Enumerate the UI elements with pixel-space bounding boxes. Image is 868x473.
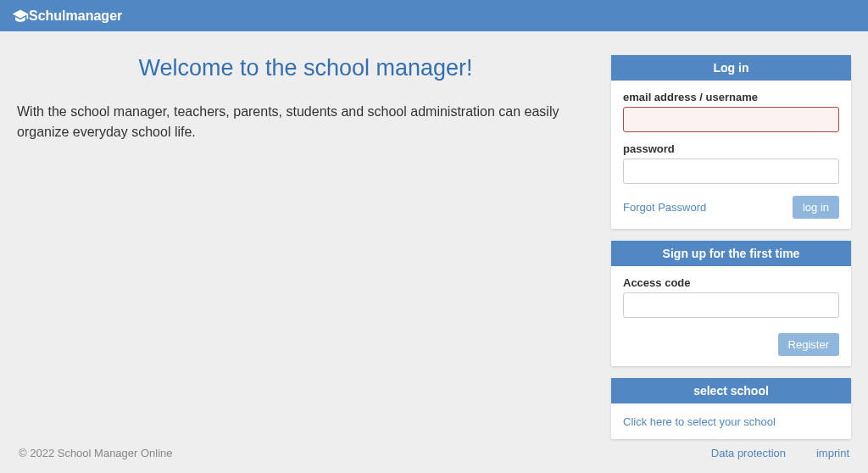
password-input[interactable]: [623, 159, 839, 184]
forgot-password-link[interactable]: Forgot Password: [623, 201, 706, 214]
brand[interactable]: Schulmanager: [12, 8, 122, 25]
select-school-title: select school: [611, 378, 851, 403]
select-school-panel: select school Click here to select your …: [611, 378, 851, 439]
welcome-section: Welcome to the school manager! With the …: [17, 55, 594, 439]
email-input[interactable]: [623, 107, 839, 132]
signup-panel-title: Sign up for the first time: [611, 241, 851, 266]
sidebar-panels: Log in email address / username password…: [611, 55, 851, 439]
welcome-title: Welcome to the school manager!: [17, 55, 594, 81]
password-label: password: [623, 142, 839, 155]
brand-text: Schulmanager: [29, 8, 122, 24]
privacy-link[interactable]: Data protection: [711, 447, 786, 459]
graduation-cap-icon: [12, 8, 29, 25]
login-panel: Log in email address / username password…: [611, 55, 851, 229]
select-school-link[interactable]: Click here to select your school: [623, 415, 776, 428]
access-code-input[interactable]: [623, 292, 839, 318]
welcome-description: With the school manager, teachers, paren…: [17, 102, 594, 142]
content: Welcome to the school manager! With the …: [0, 31, 868, 439]
email-label: email address / username: [623, 91, 839, 103]
login-button[interactable]: log in: [793, 196, 839, 219]
access-code-label: Access code: [623, 276, 839, 289]
imprint-link[interactable]: imprint: [816, 447, 849, 459]
signup-panel: Sign up for the first time Access code R…: [611, 241, 851, 366]
footer: © 2022 School Manager Online Data protec…: [0, 438, 868, 473]
topbar: Schulmanager: [0, 0, 868, 31]
register-button[interactable]: Register: [778, 333, 839, 356]
copyright: © 2022 School Manager Online: [19, 447, 173, 459]
login-panel-title: Log in: [611, 55, 851, 81]
